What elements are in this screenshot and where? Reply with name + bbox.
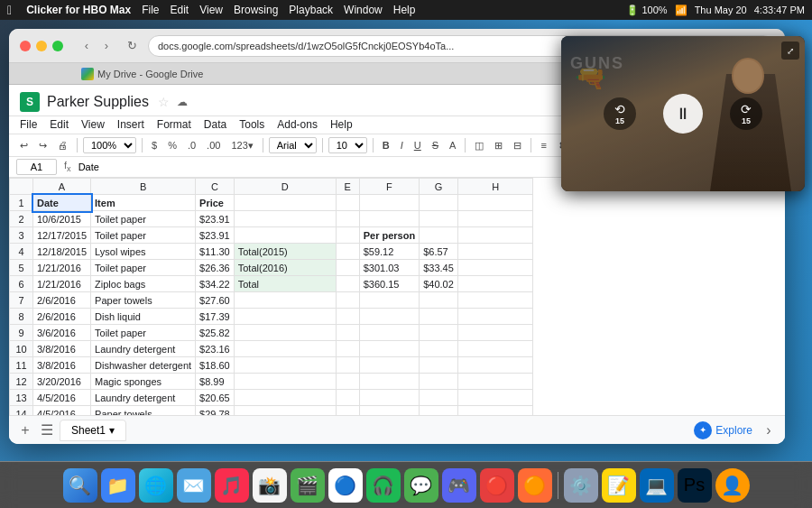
percent-button[interactable]: % <box>164 138 180 152</box>
dock-spotify[interactable]: 🎧 <box>366 468 401 503</box>
skip-forward-button[interactable]: ⟳ 15 <box>730 97 762 130</box>
cell-8-5[interactable] <box>359 309 419 325</box>
cell-3-5[interactable]: Per person <box>359 227 419 244</box>
menu-format[interactable]: Format <box>157 118 191 131</box>
cell-6-4[interactable] <box>336 276 359 292</box>
video-player[interactable]: GUNS 🔫 ⟲ 15 ⏸ ⟳ 15 <box>561 36 805 191</box>
cell-8-1[interactable]: Dish liquid <box>91 309 196 325</box>
currency-button[interactable]: $ <box>148 138 161 152</box>
cell-5-0[interactable]: 1/21/2016 <box>33 260 91 276</box>
cell-14-7[interactable] <box>457 406 533 416</box>
cell-2-2[interactable]: $23.91 <box>196 211 235 227</box>
bold-button[interactable]: B <box>379 138 393 152</box>
cell-11-6[interactable] <box>420 357 458 374</box>
sheet-title[interactable]: Parker Supplies <box>47 94 149 110</box>
menu-help[interactable]: Help <box>330 118 353 131</box>
row-header-14[interactable]: 14 <box>10 406 33 416</box>
cell-14-4[interactable] <box>336 406 359 416</box>
cell-4-2[interactable]: $11.30 <box>196 244 235 260</box>
cell-9-7[interactable] <box>457 325 533 341</box>
pause-button[interactable]: ⏸ <box>663 94 703 134</box>
sheet-tab-dropdown[interactable]: ▾ <box>109 424 115 437</box>
cell-5-7[interactable] <box>457 260 533 276</box>
dock-vscode[interactable]: 💻 <box>640 468 674 503</box>
cell-7-4[interactable] <box>336 292 359 309</box>
cell-1-5[interactable] <box>359 195 419 211</box>
cell-10-2[interactable]: $23.16 <box>196 341 235 357</box>
forward-button[interactable]: › <box>97 37 115 55</box>
fill-button[interactable]: ◫ <box>471 138 487 153</box>
row-header-7[interactable]: 7 <box>10 292 33 309</box>
merge-button[interactable]: ⊟ <box>510 138 525 153</box>
menu-tools[interactable]: Tools <box>239 118 264 131</box>
video-resize-button[interactable]: ⤢ <box>781 42 799 60</box>
cell-7-7[interactable] <box>457 292 533 309</box>
cell-12-6[interactable] <box>420 374 458 390</box>
cell-13-1[interactable]: Laundry detergent <box>91 390 196 406</box>
row-header-10[interactable]: 10 <box>10 341 33 357</box>
cell-1-7[interactable] <box>457 195 533 211</box>
col-header-c[interactable]: C <box>196 179 235 195</box>
col-header-b[interactable]: B <box>91 179 196 195</box>
browser-tab[interactable]: My Drive - Google Drive <box>81 68 203 80</box>
cell-13-7[interactable] <box>457 390 533 406</box>
cell-14-2[interactable]: $29.78 <box>196 406 235 416</box>
cell-14-6[interactable] <box>420 406 458 416</box>
cell-10-4[interactable] <box>336 341 359 357</box>
cell-12-3[interactable] <box>234 374 336 390</box>
cell-11-5[interactable] <box>359 357 419 374</box>
dock-profile[interactable]: 👤 <box>715 468 750 503</box>
cell-6-1[interactable]: Ziploc bags <box>91 276 196 292</box>
cell-11-4[interactable] <box>336 357 359 374</box>
col-header-f[interactable]: F <box>359 179 419 195</box>
cell-5-5[interactable]: $301.03 <box>359 260 419 276</box>
cell-13-2[interactable]: $20.65 <box>196 390 235 406</box>
row-header-11[interactable]: 11 <box>10 357 33 374</box>
italic-button[interactable]: I <box>397 138 407 152</box>
cell-8-3[interactable] <box>234 309 336 325</box>
cell-11-3[interactable] <box>234 357 336 374</box>
row-header-4[interactable]: 4 <box>10 244 33 260</box>
cell-3-0[interactable]: 12/17/2015 <box>33 227 91 244</box>
cell-1-1[interactable]: Item <box>91 195 196 211</box>
dock-facetime[interactable]: 🎬 <box>291 468 325 503</box>
cell-1-6[interactable] <box>420 195 458 211</box>
cell-9-1[interactable]: Toilet paper <box>91 325 196 341</box>
cell-5-4[interactable] <box>336 260 359 276</box>
cell-9-4[interactable] <box>336 325 359 341</box>
menu-window[interactable]: Window <box>344 4 383 16</box>
cell-9-0[interactable]: 3/6/2016 <box>33 325 91 341</box>
dock-finder[interactable]: 🔍 <box>63 468 97 503</box>
row-header[interactable]: 1 <box>10 195 33 211</box>
cell-1-3[interactable] <box>234 195 336 211</box>
cell-2-0[interactable]: 10/6/2015 <box>33 211 91 227</box>
cell-13-6[interactable] <box>420 390 458 406</box>
row-header-2[interactable]: 2 <box>10 211 33 227</box>
explore-button[interactable]: ✦ Explore <box>694 421 752 439</box>
cell-6-6[interactable]: $40.02 <box>420 276 458 292</box>
cell-4-1[interactable]: Lysol wipes <box>91 244 196 260</box>
cell-8-0[interactable]: 2/6/2016 <box>33 309 91 325</box>
cell-1-2[interactable]: Price <box>196 195 235 211</box>
col-header-a[interactable]: A <box>33 179 91 195</box>
cell-7-0[interactable]: 2/6/2016 <box>33 292 91 309</box>
zoom-select[interactable]: 100% <box>83 137 136 153</box>
cell-8-7[interactable] <box>457 309 533 325</box>
dock-settings[interactable]: ⚙️ <box>564 468 598 503</box>
cell-8-6[interactable] <box>420 309 458 325</box>
dock-photos[interactable]: 📸 <box>253 468 287 503</box>
menu-insert[interactable]: Insert <box>117 118 144 131</box>
menu-edit[interactable]: Edit <box>50 118 69 131</box>
dock-messages[interactable]: 💬 <box>404 468 438 503</box>
redo-button[interactable]: ↪ <box>35 138 51 153</box>
border-button[interactable]: ⊞ <box>491 138 506 153</box>
cell-10-3[interactable] <box>234 341 336 357</box>
cell-1-0[interactable]: Date <box>33 195 91 211</box>
menu-help[interactable]: Help <box>393 4 416 16</box>
cell-10-5[interactable] <box>359 341 419 357</box>
cell-6-3[interactable]: Total <box>234 276 336 292</box>
cell-3-7[interactable] <box>457 227 533 244</box>
fontsize-select[interactable]: 10 <box>328 137 367 153</box>
menu-playback[interactable]: Playback <box>289 4 333 16</box>
cell-6-5[interactable]: $360.15 <box>359 276 419 292</box>
